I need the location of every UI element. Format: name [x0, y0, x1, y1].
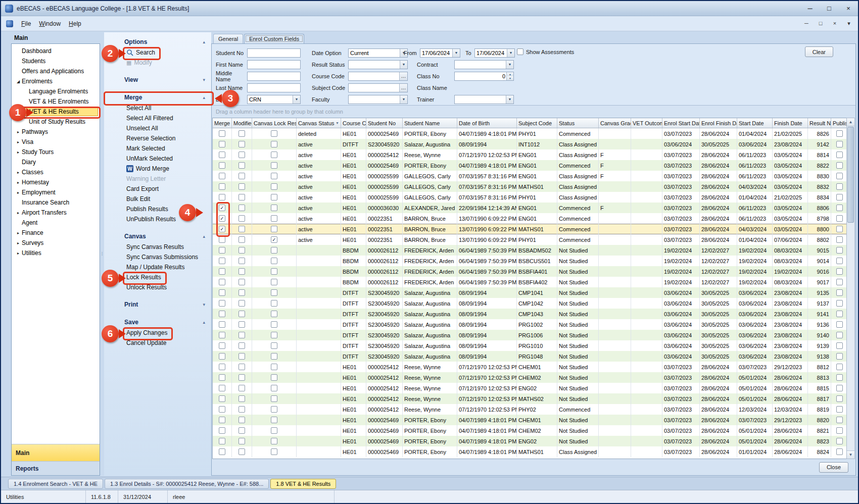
modified-checkbox[interactable]	[238, 173, 245, 179]
contract-select[interactable]: ▼	[454, 60, 514, 69]
action-unpublish-results[interactable]: UnPublish Results	[124, 215, 178, 223]
merge-checkbox-row-10[interactable]	[219, 236, 225, 243]
canvas_lock-checkbox[interactable]	[271, 152, 277, 158]
modified-checkbox[interactable]	[238, 205, 245, 211]
action-reverse-selection[interactable]: Reverse Selection	[124, 134, 177, 142]
group-header-merge[interactable]: Merge▴	[104, 92, 211, 103]
publish-checkbox[interactable]	[836, 247, 843, 254]
merge-checkbox-row-0[interactable]	[219, 130, 225, 137]
modified-checkbox[interactable]	[238, 385, 245, 391]
publish-checkbox[interactable]	[836, 141, 843, 147]
column-header-modified[interactable]: Modifiec	[232, 118, 252, 128]
column-header-finish[interactable]: Finish Date	[773, 118, 808, 128]
canvas_lock-checkbox[interactable]	[271, 194, 277, 200]
mdi-minimize-icon[interactable]: ─	[802, 20, 810, 27]
scrollbar-thumb[interactable]	[847, 127, 854, 223]
canvas_lock-checkbox[interactable]	[271, 385, 277, 391]
table-row[interactable]: HE010000025469PORTER, Ebony04/07/1989 4:…	[213, 415, 846, 425]
subject-code-field[interactable]: …	[348, 83, 408, 92]
action-word-merge[interactable]: WWord Merge	[124, 165, 171, 173]
sidebar-item-utilities[interactable]: ▸Utilities	[14, 248, 98, 258]
nav-group-reports[interactable]: Reports	[12, 461, 100, 475]
publish-checkbox[interactable]	[836, 300, 843, 307]
spin-down-icon[interactable]: ▼	[507, 76, 513, 80]
canvas_lock-checkbox[interactable]	[271, 247, 277, 254]
canvas_lock-checkbox[interactable]	[271, 236, 277, 243]
chevron-down-icon[interactable]: ▼	[452, 49, 460, 57]
sidebar-item-airport-transfers[interactable]: ▸Airport Transfers	[14, 208, 98, 217]
group-header-canvas[interactable]: Canvas▴	[104, 231, 211, 242]
column-header-student_name[interactable]: Student Name	[403, 118, 457, 128]
publish-checkbox[interactable]	[836, 385, 843, 391]
merge-checkbox-row-20[interactable]	[219, 342, 225, 349]
publish-checkbox[interactable]	[836, 183, 843, 190]
canvas_lock-checkbox[interactable]	[271, 395, 277, 402]
merge-checkbox-row-1[interactable]	[219, 141, 225, 147]
modified-checkbox[interactable]	[238, 311, 245, 317]
sidebar-item-diary[interactable]: Diary	[14, 158, 98, 167]
to-date-select[interactable]: 17/06/2024 ▼	[474, 48, 515, 58]
maximize-icon[interactable]: □	[824, 5, 835, 12]
result-status-select[interactable]: ▼	[348, 60, 408, 69]
modified-checkbox[interactable]	[238, 332, 245, 338]
faculty-select[interactable]: ▼	[348, 95, 408, 104]
merge-checkbox-row-8[interactable]	[219, 215, 225, 222]
modified-checkbox[interactable]	[238, 162, 245, 169]
location-select[interactable]: CRN ▼	[247, 95, 301, 104]
from-date-select[interactable]: 17/06/2024 ▼	[420, 48, 460, 58]
group-header-view[interactable]: View▾	[104, 74, 211, 85]
publish-checkbox[interactable]	[836, 236, 843, 243]
action-select-all[interactable]: Select All	[124, 104, 153, 112]
publish-checkbox[interactable]	[836, 205, 843, 211]
merge-checkbox-row-23[interactable]	[219, 374, 225, 381]
table-row[interactable]: DITFTS230045920Salazar, Augustina08/09/1…	[213, 287, 846, 298]
canvas_lock-checkbox[interactable]	[271, 258, 277, 264]
menu-window[interactable]: Window	[35, 19, 65, 29]
table-row[interactable]: DITFTS230045920Salazar, Augustina08/09/1…	[213, 319, 846, 330]
modified-checkbox[interactable]	[238, 342, 245, 349]
table-row[interactable]: HE010000025412Reese, Wynne07/12/1970 12:…	[213, 393, 846, 404]
publish-checkbox[interactable]	[836, 162, 843, 169]
close-icon[interactable]: ×	[843, 5, 854, 12]
publish-checkbox[interactable]	[836, 427, 843, 434]
table-row[interactable]: deletedHE010000025469PORTER, Ebony04/07/…	[213, 128, 846, 139]
table-row[interactable]: BBDM0000026112FREDERICK, Arden06/04/1989…	[213, 256, 846, 266]
publish-checkbox[interactable]	[836, 268, 843, 275]
action-sync-canvas-submissions[interactable]: Sync Canvas Submissions	[124, 253, 200, 261]
sidebar-item-unit-of-study-results[interactable]: Unit of Study Results	[21, 117, 98, 126]
merge-checkbox-row-17[interactable]	[219, 311, 225, 317]
group-header-print[interactable]: Print▾	[104, 299, 211, 310]
merge-checkbox-row-19[interactable]	[219, 332, 225, 338]
class-no-input[interactable]	[455, 72, 506, 80]
merge-checkbox-row-24[interactable]	[219, 385, 225, 391]
menu-help[interactable]: Help	[65, 19, 85, 29]
sidebar-item-visa[interactable]: ▸Visa	[14, 137, 98, 146]
canvas_lock-checkbox[interactable]	[271, 162, 277, 169]
canvas_lock-checkbox[interactable]	[271, 353, 277, 360]
publish-checkbox[interactable]	[836, 417, 843, 423]
merge-checkbox-row-21[interactable]	[219, 353, 225, 360]
collapse-chevron-icon[interactable]: ▴	[203, 234, 205, 239]
publish-checkbox[interactable]	[836, 279, 843, 285]
canvas_lock-checkbox[interactable]	[271, 332, 277, 338]
publish-checkbox[interactable]	[836, 152, 843, 158]
modified-checkbox[interactable]	[238, 448, 245, 455]
column-header-enrol_finish[interactable]: Enrol Finish Dat	[700, 118, 737, 128]
spin-up-icon[interactable]: ▲	[507, 72, 513, 76]
minimize-icon[interactable]: ─	[804, 5, 816, 12]
publish-checkbox[interactable]	[836, 194, 843, 200]
close-button[interactable]: Close	[819, 462, 848, 473]
merge-checkbox-row-9[interactable]	[219, 226, 225, 232]
modified-checkbox[interactable]	[238, 374, 245, 381]
sidebar-item-surveys[interactable]: ▸Surveys	[14, 238, 98, 247]
collapse-chevron-icon[interactable]: ▴	[203, 39, 205, 44]
column-header-dob[interactable]: Date of Birth	[457, 118, 517, 128]
table-row[interactable]: activeHE010000025599GALLEGOS, Carly07/03…	[213, 181, 846, 192]
nav-group-main[interactable]: Main	[12, 444, 100, 461]
publish-checkbox[interactable]	[836, 353, 843, 360]
modified-checkbox[interactable]	[238, 268, 245, 275]
publish-checkbox[interactable]	[836, 226, 843, 232]
publish-checkbox[interactable]	[836, 311, 843, 317]
mdi-restore-icon[interactable]: □	[817, 20, 825, 27]
collapsed-arrow-icon[interactable]: ▸	[15, 130, 22, 134]
